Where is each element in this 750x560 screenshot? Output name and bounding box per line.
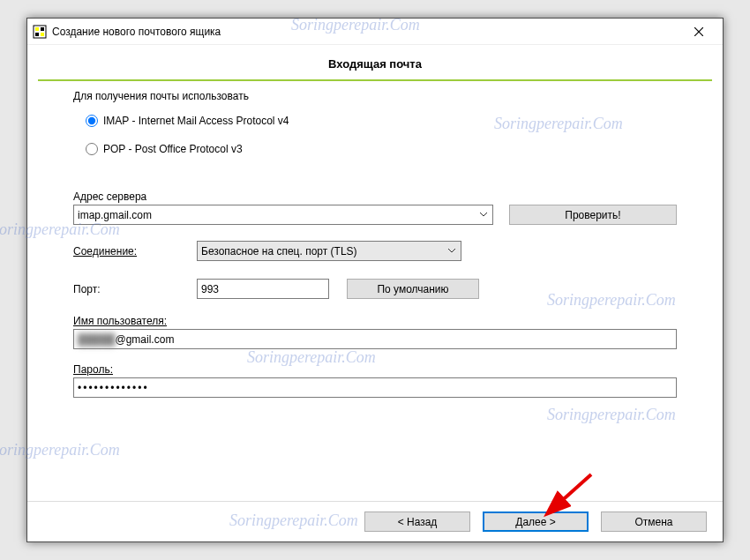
dropdown-arrow-icon — [445, 249, 459, 253]
radio-pop[interactable] — [86, 143, 98, 155]
svg-rect-2 — [41, 27, 44, 31]
radio-imap-row[interactable]: IMAP - Internet Mail Access Protocol v4 — [86, 115, 664, 127]
svg-rect-1 — [35, 27, 39, 31]
section-title: Входящая почта — [38, 52, 712, 79]
dialog-window: Создание нового почтового ящика Входящая… — [26, 18, 724, 542]
username-suffix: @gmail.com — [116, 333, 175, 346]
radio-imap[interactable] — [86, 115, 98, 127]
server-row: Адрес сервера imap.gmail.com Проверить! — [73, 190, 677, 225]
radio-pop-row[interactable]: POP - Post Office Protocol v3 — [86, 143, 664, 155]
next-button-label: Далее > — [515, 516, 556, 528]
close-icon — [694, 27, 703, 36]
port-row: Порт: По умолчанию — [73, 279, 677, 299]
port-input[interactable] — [197, 279, 329, 299]
default-port-button[interactable]: По умолчанию — [347, 279, 479, 299]
connection-row: Соединение: Безопасное на спец. порт (TL… — [73, 241, 677, 261]
connection-value: Безопасное на спец. порт (TLS) — [201, 245, 357, 258]
username-hidden-part: █████ — [78, 333, 116, 346]
username-block: Имя пользователя: █████@gmail.com — [73, 315, 677, 349]
connection-label: Соединение: — [73, 245, 197, 258]
titlebar: Создание нового почтового ящика — [27, 19, 723, 45]
dialog-footer: < Назад Далее > Отмена — [27, 501, 723, 541]
svg-rect-3 — [35, 33, 39, 36]
next-button[interactable]: Далее > — [483, 511, 589, 532]
username-label: Имя пользователя: — [73, 315, 677, 327]
password-input[interactable] — [73, 377, 677, 398]
back-button-label: < Назад — [398, 516, 438, 528]
dialog-content: Входящая почта Для получения почты испол… — [27, 45, 723, 501]
form-area: Для получения почты использовать IMAP - … — [38, 85, 712, 501]
check-button[interactable]: Проверить! — [509, 205, 677, 225]
divider-accent — [38, 79, 712, 81]
radio-pop-label: POP - Post Office Protocol v3 — [103, 143, 243, 155]
default-port-label: По умолчанию — [377, 283, 448, 295]
radio-imap-label: IMAP - Internet Mail Access Protocol v4 — [103, 115, 289, 127]
server-address-value: imap.gmail.com — [78, 209, 152, 221]
cancel-button-label: Отмена — [634, 516, 672, 528]
back-button[interactable]: < Назад — [364, 511, 470, 532]
server-address-combo[interactable]: imap.gmail.com — [73, 205, 493, 225]
connection-combo[interactable]: Безопасное на спец. порт (TLS) — [197, 241, 461, 261]
window-title: Создание нового почтового ящика — [52, 26, 680, 38]
dropdown-arrow-icon — [476, 213, 491, 217]
server-label: Адрес сервера — [73, 190, 493, 203]
password-block: Пароль: — [73, 363, 677, 398]
protocol-fieldset: Для получения почты использовать IMAP - … — [73, 97, 677, 171]
username-input[interactable]: █████@gmail.com — [73, 329, 677, 349]
port-label: Порт: — [73, 283, 197, 295]
check-button-label: Проверить! — [565, 209, 620, 221]
close-button[interactable] — [680, 19, 717, 44]
app-icon — [33, 25, 47, 39]
password-label: Пароль: — [73, 363, 677, 376]
svg-rect-4 — [41, 33, 44, 36]
cancel-button[interactable]: Отмена — [601, 511, 707, 532]
protocol-legend: Для получения почты использовать — [73, 90, 252, 102]
